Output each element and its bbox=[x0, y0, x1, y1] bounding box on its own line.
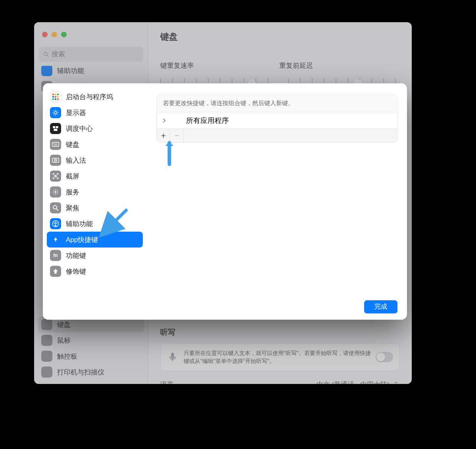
accessibility-icon bbox=[41, 66, 52, 76]
dictation-card: 只要所在位置可以键入文本，就可以使用"听写"。若要开始听写，请使用快捷键或从"编… bbox=[160, 343, 400, 371]
sheet-footer: 完成 bbox=[156, 294, 397, 313]
dictation-language-row[interactable]: 语言 中文 (普通话 - 中国大陆) bbox=[160, 380, 400, 384]
app-shortcuts-icon bbox=[50, 234, 61, 245]
sidebar-item-label: 鼠标 bbox=[57, 336, 71, 345]
done-button[interactable]: 完成 bbox=[364, 300, 397, 313]
svg-rect-18 bbox=[53, 143, 54, 144]
sidebar-item-label: 显示器 bbox=[66, 108, 86, 117]
sidebar-item-display[interactable]: 显示器 bbox=[47, 105, 143, 121]
sidebar-item-mouse[interactable]: 鼠标 bbox=[38, 332, 144, 348]
svg-rect-4 bbox=[52, 94, 54, 95]
panel-note: 若要更改快捷键，请连按组合键，然后键入新键。 bbox=[157, 95, 397, 112]
dictation-heading: 听写 bbox=[160, 327, 400, 338]
sidebar-item-label: 调度中心 bbox=[66, 124, 93, 133]
sidebar-item-label: 功能键 bbox=[66, 251, 86, 260]
plus-icon bbox=[160, 132, 167, 139]
sidebar-item-modifier-keys[interactable]: 修饰键 bbox=[47, 263, 143, 279]
svg-rect-10 bbox=[52, 98, 54, 100]
screenshot-icon bbox=[50, 171, 61, 182]
sidebar-item-input-sources[interactable]: 输入法 bbox=[47, 152, 143, 168]
sidebar-item-label: 触控板 bbox=[57, 352, 77, 361]
keyboard-icon bbox=[50, 139, 61, 150]
zoom-icon[interactable] bbox=[61, 32, 67, 37]
svg-rect-22 bbox=[54, 145, 58, 146]
services-icon bbox=[50, 186, 61, 198]
svg-rect-19 bbox=[54, 143, 55, 144]
keyboard-icon bbox=[41, 319, 52, 330]
spotlight-icon bbox=[50, 202, 61, 213]
sidebar-item-label: 服务 bbox=[66, 188, 79, 197]
sidebar-item-app-shortcuts[interactable]: App快捷键 bbox=[47, 232, 143, 248]
sidebar-item-label: 截屏 bbox=[66, 172, 79, 181]
svg-rect-11 bbox=[55, 98, 56, 100]
minimize-icon[interactable] bbox=[52, 32, 57, 37]
svg-line-29 bbox=[56, 209, 58, 211]
svg-rect-5 bbox=[55, 94, 56, 95]
language-label: 语言 bbox=[160, 380, 174, 384]
chevron-right-icon bbox=[161, 117, 168, 124]
sidebar-item-function-keys[interactable]: fn 功能键 bbox=[47, 248, 143, 263]
svg-point-27 bbox=[55, 191, 57, 193]
mission-control-icon bbox=[50, 123, 61, 134]
svg-rect-17 bbox=[52, 142, 59, 147]
svg-rect-9 bbox=[57, 96, 59, 98]
modifier-keys-icon bbox=[50, 266, 61, 277]
keyboard-shortcuts-sheet: 启动台与程序坞 显示器 调度中心 键盘 输入法 bbox=[43, 83, 407, 320]
svg-rect-21 bbox=[57, 143, 58, 144]
svg-point-0 bbox=[44, 52, 47, 56]
sidebar-item-printers[interactable]: 打印机与扫描仪 bbox=[38, 364, 144, 380]
sidebar-item-label: App快捷键 bbox=[66, 235, 98, 244]
search-input[interactable] bbox=[52, 50, 139, 58]
page-title: 键盘 bbox=[160, 31, 400, 43]
add-button[interactable] bbox=[157, 129, 170, 142]
sidebar-item-label: 打印机与扫描仪 bbox=[57, 368, 104, 377]
sidebar-item-label: 键盘 bbox=[66, 140, 79, 149]
sheet-sidebar: 启动台与程序坞 显示器 调度中心 键盘 输入法 bbox=[43, 83, 147, 320]
shortcuts-panel: 若要更改快捷键，请连按组合键，然后键入新键。 所有应用程序 bbox=[156, 94, 397, 143]
slider-labels: 键重复速率 重复前延迟 bbox=[160, 61, 400, 70]
svg-line-1 bbox=[47, 55, 48, 57]
input-sources-icon bbox=[50, 155, 61, 166]
updown-icon bbox=[393, 380, 400, 384]
svg-point-31 bbox=[55, 222, 56, 223]
svg-point-26 bbox=[55, 175, 57, 177]
sidebar-item-spotlight[interactable]: 聚焦 bbox=[47, 200, 143, 216]
fn-icon: fn bbox=[50, 250, 61, 261]
svg-rect-15 bbox=[56, 126, 58, 128]
sidebar-item-launchpad[interactable]: 启动台与程序坞 bbox=[47, 89, 143, 105]
language-value: 中文 (普通话 - 中国大陆) bbox=[317, 380, 390, 384]
sidebar-item-accessibility[interactable]: 辅助功能 bbox=[47, 216, 143, 232]
sidebar-item-label: 辅助功能 bbox=[57, 66, 84, 75]
search-field[interactable] bbox=[39, 47, 143, 62]
panel-action-bar bbox=[157, 129, 397, 142]
svg-rect-7 bbox=[52, 96, 54, 98]
sidebar-item-keyboard-cat[interactable]: 键盘 bbox=[47, 136, 143, 152]
sidebar-item-label: 聚焦 bbox=[66, 203, 79, 213]
sidebar-item-trackpad[interactable]: 触控板 bbox=[38, 348, 144, 364]
svg-point-28 bbox=[53, 205, 57, 209]
sidebar-item-screenshot[interactable]: 截屏 bbox=[47, 168, 143, 184]
sidebar-item-mission-control[interactable]: 调度中心 bbox=[47, 121, 143, 136]
svg-point-13 bbox=[54, 111, 57, 114]
dictation-toggle[interactable] bbox=[376, 352, 393, 362]
remove-button[interactable] bbox=[170, 129, 184, 142]
launchpad-icon bbox=[50, 91, 61, 102]
label-repeat-rate: 键重复速率 bbox=[160, 61, 279, 70]
sidebar-item-services[interactable]: 服务 bbox=[47, 184, 143, 200]
sidebar-item-accessibility-partial[interactable]: 辅助功能 bbox=[38, 66, 144, 79]
dictation-body: 只要所在位置可以键入文本，就可以使用"听写"。若要开始听写，请使用快捷键或从"编… bbox=[184, 349, 376, 365]
search-icon bbox=[43, 51, 49, 58]
display-icon bbox=[50, 107, 61, 118]
label-delay: 重复前延迟 bbox=[279, 61, 313, 70]
close-icon[interactable] bbox=[42, 32, 48, 37]
sidebar-item-label: 修饰键 bbox=[66, 267, 86, 276]
window-controls[interactable] bbox=[42, 32, 67, 37]
svg-rect-2 bbox=[171, 353, 174, 359]
trackpad-icon bbox=[41, 351, 52, 362]
group-all-applications[interactable]: 所有应用程序 bbox=[157, 112, 397, 129]
mouse-icon bbox=[41, 335, 52, 346]
accessibility-icon bbox=[50, 218, 61, 229]
svg-rect-12 bbox=[57, 98, 59, 100]
sidebar-item-label: 输入法 bbox=[66, 156, 86, 165]
group-label: 所有应用程序 bbox=[186, 116, 229, 125]
